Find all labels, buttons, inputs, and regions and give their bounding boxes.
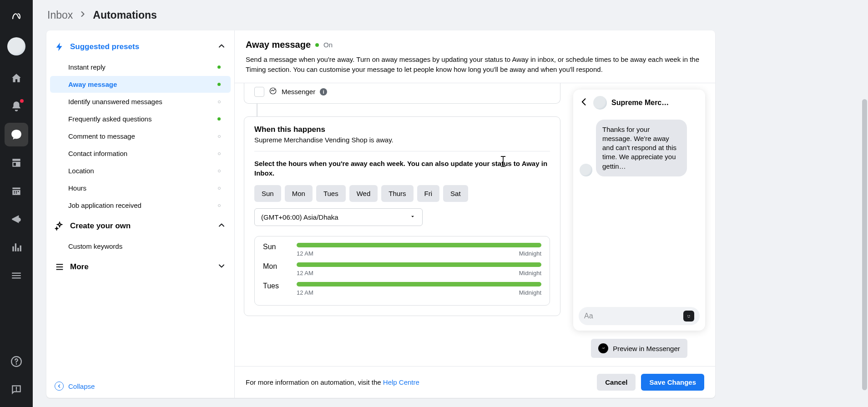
notification-badge: [20, 99, 24, 103]
sidebar-item-label: Instant reply: [68, 63, 213, 71]
schedule-start-label: 12 AM: [297, 250, 313, 257]
svg-point-4: [689, 315, 690, 316]
schedule-day-label: Tues: [263, 282, 288, 290]
scrollbar-track[interactable]: [860, 0, 868, 407]
sidebar-item-label: Identify unanswered messages: [68, 98, 213, 106]
divider: [254, 151, 550, 151]
home-icon[interactable]: [5, 66, 28, 90]
connector-line: [257, 104, 257, 116]
sidebar-item-label: Custom keywords: [68, 242, 221, 250]
ads-icon[interactable]: [5, 207, 28, 231]
config-column: Messenger i When this happens Supreme Me…: [235, 83, 570, 367]
timezone-select[interactable]: (GMT+06:00) Asia/Dhaka: [254, 208, 423, 226]
status-dot-icon: [218, 152, 221, 155]
detail-title: Away message: [246, 40, 311, 50]
inbox-nav-icon[interactable]: [5, 123, 28, 146]
sidebar-section-suggested[interactable]: Suggested presets: [46, 35, 234, 58]
schedule-bar[interactable]: [297, 282, 541, 286]
back-arrow-icon[interactable]: [580, 97, 589, 108]
preview-column: Supreme Merc… Thanks for your message. W…: [570, 83, 715, 367]
messenger-icon: [598, 343, 608, 353]
sidebar-item-label: Away message: [68, 80, 213, 88]
schedule-bar[interactable]: [297, 243, 541, 247]
footer-info: For more information on automation, visi…: [246, 378, 597, 386]
list-icon: [55, 262, 65, 272]
schedule-start-label: 12 AM: [297, 270, 313, 276]
automations-sidebar: Suggested presets Instant reply Away mes…: [46, 30, 235, 398]
all-tools-icon[interactable]: [5, 264, 28, 287]
sidebar-item-location[interactable]: Location: [50, 162, 231, 179]
sidebar-item-faq[interactable]: Frequently asked questions: [50, 111, 231, 127]
sidebar-section-more[interactable]: More: [46, 255, 234, 278]
sidebar-item-label: Location: [68, 167, 213, 175]
info-icon[interactable]: i: [320, 88, 327, 95]
schedule-table: Sun 12 AM Midnight: [254, 236, 550, 306]
schedule-start-label: 12 AM: [297, 289, 313, 296]
schedule-row: Sun 12 AM Midnight: [263, 243, 541, 257]
collapse-label: Collapse: [68, 382, 95, 390]
sidebar-item-comment-to-message[interactable]: Comment to message: [50, 128, 231, 145]
calendar-icon[interactable]: [5, 179, 28, 203]
bubble-avatar: [580, 164, 592, 176]
day-toggle-mon[interactable]: Mon: [285, 185, 313, 202]
sidebar-item-away-message[interactable]: Away message: [50, 76, 231, 93]
timezone-value: (GMT+06:00) Asia/Dhaka: [261, 213, 338, 221]
messenger-checkbox[interactable]: [254, 87, 264, 97]
sidebar-section-create[interactable]: Create your own: [46, 214, 234, 237]
svg-point-1: [16, 363, 17, 365]
help-centre-link[interactable]: Help Centre: [383, 378, 419, 386]
help-icon[interactable]: [5, 350, 28, 373]
detail-footer: For more information on automation, visi…: [235, 367, 715, 398]
save-changes-button[interactable]: Save Changes: [641, 374, 704, 391]
feedback-icon[interactable]: [5, 378, 28, 402]
breadcrumb-current: Automations: [93, 9, 157, 21]
preview-in-messenger-button[interactable]: Preview in Messenger: [591, 339, 687, 358]
preview-message-bubble: Thanks for your message. We're away and …: [596, 120, 687, 176]
preview-shop-name: Supreme Merc…: [611, 99, 699, 107]
preview-avatar: [593, 96, 607, 110]
sidebar-item-label: Contact information: [68, 150, 213, 157]
sidebar-item-unanswered[interactable]: Identify unanswered messages: [50, 93, 231, 110]
notifications-icon[interactable]: [5, 95, 28, 118]
posts-icon[interactable]: [5, 151, 28, 175]
sidebar-item-contact-info[interactable]: Contact information: [50, 145, 231, 162]
sidebar-item-instant-reply[interactable]: Instant reply: [50, 59, 231, 75]
day-toggle-fri[interactable]: Fri: [417, 185, 440, 202]
scrollbar-thumb[interactable]: [862, 99, 867, 390]
sparkle-icon: [55, 221, 65, 231]
caret-down-icon: [409, 213, 416, 221]
chevron-right-icon: [78, 9, 87, 21]
detail-header: Away message On Send a message when you'…: [235, 30, 715, 83]
channel-box: Messenger i: [244, 83, 560, 104]
when-box: When this happens Supreme Merchandise Ve…: [244, 116, 560, 316]
chevron-left-icon: [55, 382, 64, 391]
meta-logo[interactable]: [5, 5, 28, 28]
status-dot-icon: [218, 170, 221, 172]
automation-detail: Away message On Send a message when you'…: [235, 30, 715, 398]
page-avatar[interactable]: [7, 37, 25, 55]
sidebar-item-job-application[interactable]: Job application received: [50, 197, 231, 214]
schedule-day-label: Sun: [263, 243, 288, 251]
status-text: On: [323, 41, 333, 49]
breadcrumb-parent[interactable]: Inbox: [47, 9, 73, 21]
schedule-end-label: Midnight: [519, 270, 541, 276]
status-dot-icon: [217, 65, 221, 69]
day-toggle-wed[interactable]: Wed: [349, 185, 378, 202]
day-toggle-sun[interactable]: Sun: [254, 185, 281, 202]
day-toggle-tues[interactable]: Tues: [316, 185, 346, 202]
sidebar-item-hours[interactable]: Hours: [50, 180, 231, 196]
sidebar-section-label: Suggested presets: [70, 42, 212, 51]
collapse-sidebar-button[interactable]: Collapse: [46, 374, 234, 398]
detail-description: Send a message when you're away. Turn on…: [246, 55, 704, 75]
sidebar-section-label: Create your own: [70, 221, 212, 231]
day-toggle-thurs[interactable]: Thurs: [381, 185, 413, 202]
day-toggle-sat[interactable]: Sat: [443, 185, 468, 202]
sidebar-item-custom-keywords[interactable]: Custom keywords: [50, 238, 231, 255]
global-nav-rail: [0, 0, 33, 407]
cancel-button[interactable]: Cancel: [597, 374, 636, 391]
insights-icon[interactable]: [5, 236, 28, 259]
preview-input: Aa: [579, 307, 700, 325]
svg-point-3: [687, 315, 688, 316]
schedule-bar[interactable]: [297, 262, 541, 267]
chevron-up-icon: [217, 221, 226, 231]
